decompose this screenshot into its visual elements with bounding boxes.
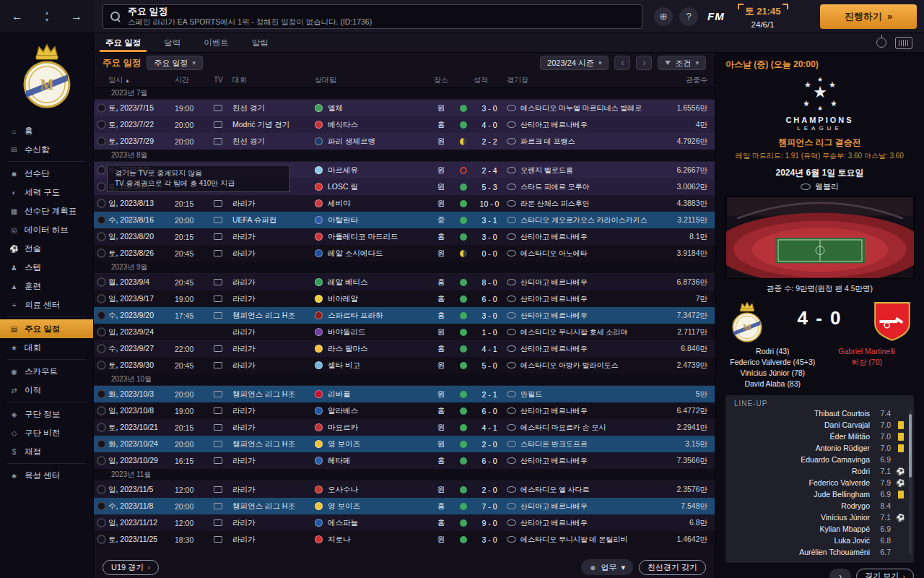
sidebar-item-16[interactable]: ◇구단 비전 — [0, 423, 93, 442]
sidebar-item-10[interactable]: +의료 센터 — [0, 296, 93, 314]
fixture-row[interactable]: 일, 2023/9/24라리가바야돌리드원1 - 0에스타디오 무니시팔 호세 … — [94, 324, 715, 340]
tab-2[interactable]: 달력 — [152, 33, 192, 52]
lineup-row[interactable]: Rodri7.1⚽ — [734, 465, 905, 477]
fixture-row[interactable]: 토, 2023/11/2518:30라리가지로나원3 - 0에스타디오 무니시팔… — [94, 531, 715, 548]
continue-button[interactable]: 진행하기» — [820, 4, 917, 29]
col-stadium[interactable]: 경기장 — [507, 75, 650, 85]
lineup-row[interactable]: Rodrygo8.4 — [734, 500, 905, 512]
view-match-button[interactable]: 경기 보기› — [856, 569, 914, 578]
sidebar-item-15[interactable]: ◈구단 정보 — [0, 405, 93, 423]
sidebar-item-3[interactable]: ☻선수단 — [0, 164, 93, 183]
notification-lamp-icon[interactable] — [876, 38, 886, 48]
fixture-row[interactable]: 일, 2023/11/512:00라리가오사수나원2 - 0에스타디오 엘 사다… — [94, 481, 715, 498]
tab-1[interactable]: 주요 일정 — [94, 33, 152, 52]
fixture-attendance: 7.548만 — [650, 501, 715, 512]
fixture-row[interactable]: 일, 2023/10/819:00라리가알라베스홈6 - 0산티아고 베르나베우… — [94, 402, 715, 419]
fixture-row[interactable]: 토, 2023/10/2120:15라리가마요르카원4 - 1에스타디 마요르카… — [94, 419, 715, 436]
fixture-row[interactable]: 토, 2023/9/3020:45라리가셀타 비고원5 - 0에스타디오 아방카… — [94, 357, 715, 374]
sidebar-item-13[interactable]: ◉스카우트 — [0, 362, 93, 381]
fixture-row[interactable]: 수, 2023/9/2722:00라리가라스 팔마스홈4 - 1산티아고 베르나… — [94, 340, 715, 357]
fixture-row[interactable]: 화, 2023/10/320:00챔피언스 리그 H조리버풀원2 - 1안필드5… — [94, 386, 715, 402]
sidebar-item-6[interactable]: ◎데이터 허브 — [0, 220, 93, 239]
scroll-stepper[interactable]: ▲ ▼ — [45, 10, 50, 22]
season-dropdown[interactable]: 2023/24 시즌▾ — [540, 56, 609, 70]
prev-season-button[interactable]: ‹ — [614, 56, 630, 70]
tab-4[interactable]: 알림 — [240, 33, 280, 52]
col-tv[interactable]: TV — [214, 76, 232, 84]
col-competition[interactable]: 대회 — [232, 75, 315, 85]
sidebar-item-12[interactable]: ★대회 — [0, 338, 93, 357]
away-team-crest-icon[interactable] — [872, 300, 912, 343]
lineup-row[interactable]: Eduardo Camavinga6.9 — [734, 454, 905, 465]
view-dropdown[interactable]: 주요 일정▾ — [147, 56, 203, 70]
sidebar-item-9[interactable]: ▲훈련 — [0, 277, 93, 296]
lineup-row[interactable]: Antonio Rüdiger7.0 — [734, 442, 905, 454]
sidebar-item-1[interactable]: ⌂홈 — [0, 121, 93, 140]
next-match-header[interactable]: 아스날 (중) (오늘 20:00) — [725, 59, 914, 71]
lineup-player-rating: 7.9 — [875, 478, 891, 487]
help-icon[interactable]: ? — [679, 7, 698, 26]
panel-switch-button[interactable]: › — [829, 569, 851, 578]
back-button[interactable]: ← — [12, 11, 23, 22]
col-date[interactable]: 일시▲ — [108, 75, 175, 85]
fixture-row[interactable]: 화, 2023/10/2420:00챔피언스 리그 H조영 보이즈원2 - 0스… — [94, 436, 715, 452]
fixture-row[interactable]: 토, 2023/7/2920:00친선 경기파리 생제르맹원2 - 2파르크 데… — [94, 133, 715, 150]
fixture-row[interactable]: 토, 2023/7/1519:00친선 경기엘체원3 - 0에스타디오 마누엘 … — [94, 100, 715, 116]
col-result[interactable]: 성적 — [455, 75, 507, 85]
sidebar-item-18[interactable]: ♣육성 센터 — [0, 466, 93, 485]
col-time[interactable]: 시간 — [175, 75, 214, 85]
fixture-row[interactable]: 수, 2023/9/2017:45챔피언스 리그 H조스파르타 프라하홈3 - … — [94, 307, 715, 324]
lineup-row[interactable]: Federico Valverde7.9⚽ — [734, 477, 905, 488]
tab-3[interactable]: 이벤트 — [192, 33, 240, 52]
home-team-crest-icon[interactable]: M — [727, 300, 767, 345]
fixture-row[interactable]: 월, 2023/9/420:45라리가레알 베티스홈8 - 0산티아고 베르나베… — [94, 274, 715, 290]
tasks-dropdown[interactable]: ☻ 업무 ▾ — [581, 559, 633, 575]
fixture-row[interactable]: 일, 2023/11/1212:00라리가에스파뇰홈9 - 0산티아고 베르나베… — [94, 514, 715, 531]
condition-dropdown[interactable]: 조건▾ — [658, 56, 706, 70]
stadium-icon — [507, 424, 516, 431]
lineup-row[interactable]: Éder Militão7.0 — [734, 431, 905, 442]
arrange-friendly-button[interactable]: 친선경기 갖기 — [639, 560, 706, 575]
lineup-row[interactable]: Vinícius Júnior7.1⚽ — [734, 512, 905, 523]
fixture-row[interactable]: 일, 2023/8/2020:15라리가아틀레티코 마드리드홈3 - 0산티아고… — [94, 228, 715, 245]
forward-button[interactable]: → — [71, 11, 82, 22]
lineup-row[interactable]: Dani Carvajal7.0 — [734, 419, 905, 431]
fixture-score: 3 - 0 — [472, 535, 507, 544]
fixture-row[interactable]: 수, 2023/11/820:00챔피언스 리그 H조영 보이즈홈7 - 0산티… — [94, 498, 715, 514]
lineup-scrollbar-thumb[interactable] — [909, 414, 912, 478]
fixture-status-icon — [94, 249, 108, 258]
col-venue[interactable]: 장소 — [427, 75, 455, 85]
lineup-row[interactable]: Luka Jović6.8 — [734, 535, 905, 546]
fixture-stadium: 에스타디오 무니시팔 데 몬틸리비 — [507, 535, 650, 545]
sidebar-item-8[interactable]: ♟스텝 — [0, 258, 93, 277]
col-opponent[interactable]: 상대팀 — [315, 75, 427, 85]
sidebar-item-11[interactable]: ▤주요 일정 — [0, 319, 93, 338]
sidebar-item-2[interactable]: ✉수신함 — [0, 140, 93, 159]
lineup-row[interactable]: Aurélien Tchouaméni6.7 — [734, 546, 905, 558]
fixture-row[interactable]: 일, 2023/10/2916:15라리가헤타페홈6 - 0산티아고 베르나베우… — [94, 452, 715, 469]
fixture-row[interactable]: 일, 2023/9/1719:00라리가비아레알홈6 - 0산티아고 베르나베우… — [94, 290, 715, 307]
sidebar-item-4[interactable]: ◐세력 구도 — [0, 183, 93, 202]
lineup-row[interactable]: Jude Bellingham6.9 — [734, 488, 905, 500]
next-season-button[interactable]: › — [636, 56, 652, 70]
fixture-time: 20:00 — [175, 216, 214, 225]
lineup-row[interactable]: Thibaut Courtois7.4 — [734, 407, 905, 419]
search-box[interactable]: 주요 일정 스페인 라리가 EA SPORTS에서 1위 - 정해진 일정이 없… — [103, 4, 642, 29]
opponent-crest-icon — [315, 199, 323, 207]
stadium-name: 에스타디오 엘 사다르 — [520, 485, 590, 495]
world-icon[interactable]: ⊕ — [654, 7, 673, 26]
col-attendance[interactable]: 관중수 — [650, 75, 715, 85]
lineup-row[interactable]: Kylian Mbappé6.9 — [734, 523, 905, 535]
u19-fixtures-button[interactable]: U19 경기› — [103, 560, 159, 575]
sidebar-item-17[interactable]: $재정 — [0, 442, 93, 461]
fixture-row[interactable]: 수, 2023/8/1620:00UEFA 슈퍼컵아탈란타중3 - 1스타디오 … — [94, 212, 715, 228]
sidebar-item-14[interactable]: ⇄이적 — [0, 381, 93, 400]
sidebar-item-label: 이적 — [25, 385, 41, 396]
sidebar-item-7[interactable]: ⚽전술 — [0, 239, 93, 258]
club-crest[interactable]: M — [0, 33, 93, 120]
fixture-row[interactable]: 토, 2023/8/2620:45라리가레알 소시에다드원0 - 0에스타디오 … — [94, 245, 715, 262]
fixture-row[interactable]: 토, 2023/7/2220:00Modrić 기념 경기베식타스홈4 - 0산… — [94, 116, 715, 133]
fixture-row[interactable]: 일, 2023/8/1320:15라리가세비야원10 - 0라몬 산체스 피스후… — [94, 195, 715, 212]
sidebar-item-5[interactable]: ▦선수단 계획표 — [0, 202, 93, 220]
barcode-icon[interactable] — [895, 37, 912, 49]
